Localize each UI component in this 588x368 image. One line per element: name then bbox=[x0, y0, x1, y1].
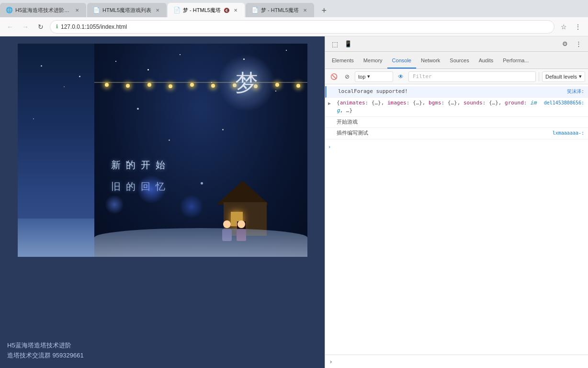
tab-performance[interactable]: Performa... bbox=[498, 53, 533, 69]
light-dot bbox=[105, 83, 109, 87]
filter-toggle-button[interactable]: ⊘ bbox=[341, 71, 353, 82]
house-roof bbox=[216, 181, 269, 205]
tab-1-icon: 🌐 bbox=[6, 7, 12, 13]
forward-button[interactable]: → bbox=[19, 21, 32, 33]
tab-network[interactable]: Network bbox=[416, 53, 445, 69]
address-lock-icon: ℹ bbox=[56, 23, 58, 30]
address-text: 127.0.0.1:1055/index.html bbox=[61, 23, 548, 30]
light-dot bbox=[296, 84, 300, 88]
star bbox=[64, 86, 65, 87]
star bbox=[33, 118, 34, 119]
toolbar-divider bbox=[539, 72, 539, 81]
bottom-title: H5蓝海塔造塔技术进阶 bbox=[7, 341, 84, 351]
char-2-head bbox=[237, 220, 245, 228]
console-line-3: 开始游戏 bbox=[325, 117, 588, 128]
game-main: 梦 新 的 开 始 旧 的 回 忆 bbox=[94, 44, 307, 257]
star bbox=[79, 76, 80, 77]
moon-character: 梦 bbox=[235, 68, 258, 98]
blue-glow-1 bbox=[137, 175, 166, 204]
game-scene: 梦 新 的 开 始 旧 的 回 忆 bbox=[94, 44, 307, 257]
devtools-tab-bar: Elements Memory Console Network Sources … bbox=[325, 52, 588, 69]
string-lights bbox=[94, 82, 307, 92]
console-toolbar: 🚫 ⊘ top ▾ 👁 Filter Default levels ▾ bbox=[325, 69, 588, 84]
source-link-3[interactable]: lxmaaaaaa-: bbox=[553, 129, 584, 137]
address-bar[interactable]: ℹ 127.0.0.1:1055/index.html bbox=[50, 20, 554, 34]
context-selector[interactable]: top ▾ bbox=[355, 71, 393, 82]
console-text-1: localForage supported! bbox=[338, 88, 563, 96]
source-link-2[interactable]: del1453808656: bbox=[544, 99, 584, 106]
clear-console-button[interactable]: 🚫 bbox=[328, 71, 339, 82]
tab-3[interactable]: 📄 梦 - HTML5魔塔 🔇 ✕ bbox=[168, 3, 245, 17]
tab-3-icon: 📄 bbox=[173, 7, 180, 13]
console-text-3: 开始游戏 bbox=[337, 118, 584, 126]
star bbox=[115, 61, 116, 62]
tab-4-icon: 📄 bbox=[251, 7, 258, 13]
level-selector[interactable]: Default levels ▾ bbox=[542, 71, 585, 82]
new-tab-button[interactable]: + bbox=[317, 4, 331, 17]
devtools-settings-icon[interactable]: ⚙ bbox=[559, 38, 571, 50]
nav-bar: ← → ↻ ℹ 127.0.0.1:1055/index.html ☆ ⋮ bbox=[0, 17, 588, 36]
devtools-top-bar: ⬚ 📱 ⚙ ⋮ bbox=[325, 36, 588, 52]
star bbox=[286, 50, 287, 51]
blue-glow-2 bbox=[105, 195, 124, 214]
bookmark-icon[interactable]: ☆ bbox=[557, 21, 570, 33]
console-prompt-symbol: › bbox=[329, 358, 333, 365]
devtools-panel: ⬚ 📱 ⚙ ⋮ Elements Memory Console bbox=[325, 36, 588, 368]
light-dot bbox=[211, 84, 215, 88]
tab-4-title: 梦 - HTML5魔塔 bbox=[261, 7, 299, 14]
tab-4[interactable]: 📄 梦 - HTML5魔塔 ✕ bbox=[246, 3, 314, 17]
tab-sources[interactable]: Sources bbox=[445, 53, 474, 69]
tab-audits[interactable]: Audits bbox=[474, 53, 498, 69]
tab-4-close[interactable]: ✕ bbox=[302, 7, 308, 13]
console-line-1: localForage supported! 笑沫泽: bbox=[325, 86, 588, 98]
light-dot bbox=[147, 83, 151, 87]
back-button[interactable]: ← bbox=[4, 21, 16, 33]
nav-actions: ☆ ⋮ bbox=[557, 21, 584, 33]
tab-1-close[interactable]: ✕ bbox=[74, 7, 80, 13]
context-label: top bbox=[358, 74, 365, 80]
context-dropdown-icon: ▾ bbox=[367, 73, 370, 80]
light-dot bbox=[275, 83, 279, 87]
refresh-button[interactable]: ↻ bbox=[34, 21, 47, 33]
star bbox=[41, 65, 42, 67]
tab-elements[interactable]: Elements bbox=[327, 53, 359, 69]
console-output[interactable]: localForage supported! 笑沫泽: ▶ {animates:… bbox=[325, 84, 588, 355]
devtools-more-icon[interactable]: ⋮ bbox=[573, 38, 584, 50]
light-dot bbox=[190, 83, 194, 87]
star bbox=[180, 54, 181, 55]
audio-mute-icon[interactable]: 🔇 bbox=[224, 8, 229, 13]
console-line-2: ▶ {animates: {…}, images: {…}, bgms: {…}… bbox=[325, 98, 588, 117]
console-text-2: {animates: {…}, images: {…}, bgms: {…}, … bbox=[337, 99, 540, 115]
tab-1-title: H5蓝海造塔技术进阶 - 艾之... bbox=[15, 7, 71, 14]
char-1-head bbox=[223, 220, 231, 228]
left-panel-snow bbox=[18, 218, 94, 257]
tab-memory[interactable]: Memory bbox=[359, 53, 387, 69]
devtools-right-controls: ⚙ ⋮ bbox=[559, 38, 584, 50]
console-input-area: › bbox=[325, 355, 588, 368]
main-area: 梦 新 的 开 始 旧 的 回 忆 bbox=[0, 36, 588, 368]
source-link-1[interactable]: 笑沫泽: bbox=[567, 88, 584, 95]
console-line-4: 插件编写测试 lxmaaaaaa-: bbox=[325, 128, 588, 139]
level-dropdown-icon: ▾ bbox=[579, 73, 582, 80]
expand-arrow-2[interactable]: ▶ bbox=[328, 100, 331, 107]
settings-icon[interactable]: ⋮ bbox=[572, 21, 584, 33]
tab-2-close[interactable]: ✕ bbox=[154, 7, 161, 13]
devtools-device-button[interactable]: 📱 bbox=[342, 38, 354, 50]
console-input[interactable] bbox=[335, 358, 584, 365]
bottom-text-area: H5蓝海塔造塔技术进阶 造塔技术交流群 959329661 bbox=[7, 341, 84, 361]
snowflake bbox=[137, 108, 139, 110]
bottom-group: 造塔技术交流群 959329661 bbox=[7, 351, 84, 361]
console-prompt-line: › bbox=[325, 141, 588, 144]
light-dot bbox=[126, 84, 130, 88]
light-dot bbox=[169, 84, 172, 88]
tab-console[interactable]: Console bbox=[387, 53, 416, 69]
tab-3-close[interactable]: ✕ bbox=[232, 7, 239, 13]
browser-content: 梦 新 的 开 始 旧 的 回 忆 bbox=[0, 36, 325, 368]
eye-icon[interactable]: 👁 bbox=[395, 71, 407, 82]
snowflake bbox=[126, 161, 128, 163]
filter-input[interactable]: Filter bbox=[408, 71, 536, 82]
devtools-inspect-button[interactable]: ⬚ bbox=[329, 38, 340, 50]
level-label: Default levels bbox=[545, 74, 577, 80]
tab-2[interactable]: 📄 HTML5魔塔游戏列表 ✕ bbox=[87, 3, 167, 17]
tab-1[interactable]: 🌐 H5蓝海造塔技术进阶 - 艾之... ✕ bbox=[0, 3, 86, 17]
